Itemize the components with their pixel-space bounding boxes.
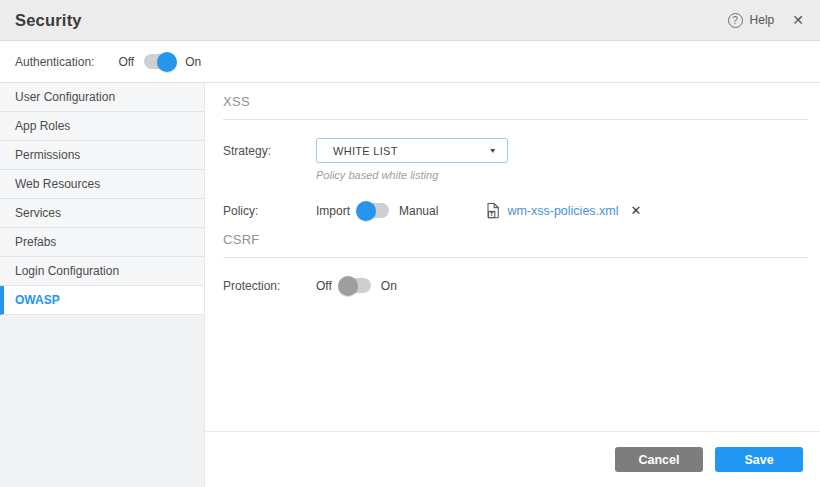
file-icon: T xyxy=(486,202,500,219)
chevron-down-icon: ▼ xyxy=(489,146,497,154)
dialog-footer: Cancel Save xyxy=(205,431,820,487)
page-title: Security xyxy=(15,11,82,30)
authentication-off-label: Off xyxy=(118,55,134,69)
header-actions: ? Help ✕ xyxy=(728,12,804,28)
protection-on-label: On xyxy=(381,279,397,293)
authentication-toggle[interactable] xyxy=(144,54,175,69)
toggle-knob xyxy=(157,52,177,72)
sidebar-item-owasp[interactable]: OWASP xyxy=(0,286,204,315)
strategy-select-value: WHITE LIST xyxy=(333,145,398,157)
policy-label: Policy: xyxy=(223,204,316,218)
main-panel: XSS Strategy: WHITE LIST ▼ Policy based … xyxy=(205,83,820,487)
sidebar-item-app-roles[interactable]: App Roles xyxy=(0,112,204,141)
sidebar: User Configuration App Roles Permissions… xyxy=(0,83,205,487)
authentication-bar: Authentication: Off On xyxy=(0,41,820,83)
strategy-label: Strategy: xyxy=(223,144,316,158)
policy-import-label: Import xyxy=(316,204,350,218)
sidebar-item-prefabs[interactable]: Prefabs xyxy=(0,228,204,257)
cancel-button[interactable]: Cancel xyxy=(615,447,703,472)
save-button[interactable]: Save xyxy=(715,447,803,472)
help-icon[interactable]: ? xyxy=(728,13,743,28)
sidebar-item-permissions[interactable]: Permissions xyxy=(0,141,204,170)
protection-off-label: Off xyxy=(316,279,332,293)
authentication-label: Authentication: xyxy=(15,55,94,69)
toggle-knob xyxy=(338,276,358,296)
sidebar-item-login-configuration[interactable]: Login Configuration xyxy=(0,257,204,286)
toggle-knob xyxy=(356,201,376,221)
sidebar-item-user-configuration[interactable]: User Configuration xyxy=(0,83,204,112)
policy-mode-toggle[interactable] xyxy=(358,203,389,218)
authentication-on-label: On xyxy=(185,55,201,69)
policy-row: Policy: Import Manual T wm-xss-policies.… xyxy=(223,202,808,219)
policy-manual-label: Manual xyxy=(399,204,438,218)
help-link[interactable]: Help xyxy=(750,13,775,27)
sidebar-item-services[interactable]: Services xyxy=(0,199,204,228)
policy-file-chip: T wm-xss-policies.xml ✕ xyxy=(486,202,641,219)
protection-label: Protection: xyxy=(223,279,316,293)
close-icon[interactable]: ✕ xyxy=(792,12,804,28)
xss-section-heading: XSS xyxy=(223,94,808,120)
dialog-header: Security ? Help ✕ xyxy=(0,0,820,41)
policy-file-link[interactable]: wm-xss-policies.xml xyxy=(507,204,618,218)
strategy-select[interactable]: WHITE LIST ▼ xyxy=(316,138,508,163)
strategy-hint: Policy based white listing xyxy=(316,169,820,181)
strategy-row: Strategy: WHITE LIST ▼ xyxy=(223,138,808,163)
dialog-body: User Configuration App Roles Permissions… xyxy=(0,83,820,487)
protection-row: Protection: Off On xyxy=(223,278,808,293)
security-dialog: Security ? Help ✕ Authentication: Off On… xyxy=(0,0,820,487)
sidebar-item-web-resources[interactable]: Web Resources xyxy=(0,170,204,199)
protection-toggle[interactable] xyxy=(340,278,371,293)
csrf-section-heading: CSRF xyxy=(223,232,808,258)
remove-file-icon[interactable]: ✕ xyxy=(631,203,642,218)
